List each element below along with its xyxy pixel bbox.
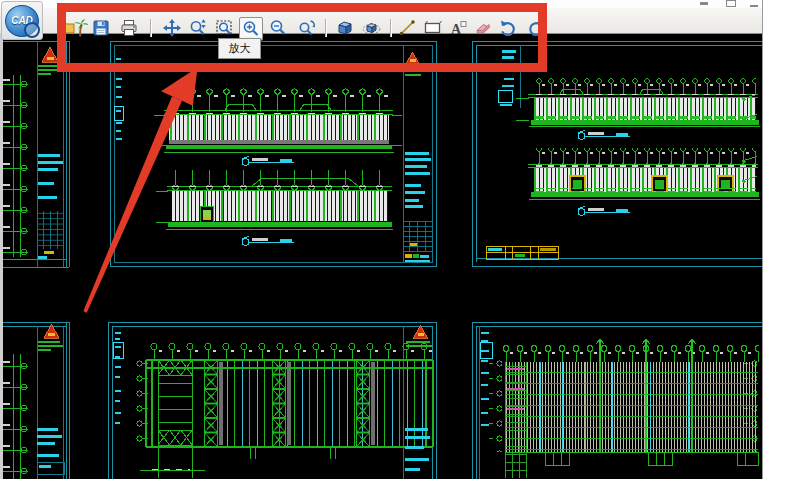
legend-table — [486, 246, 558, 259]
drop-bays — [545, 453, 758, 466]
sheet-bottom-right — [472, 322, 762, 479]
magnifier-icon — [24, 22, 40, 38]
sheet-top-center — [111, 41, 437, 266]
cad-canvas[interactable] — [3, 33, 762, 479]
app-logo[interactable]: CAD — [1, 1, 43, 40]
sheet-bottom-left — [3, 322, 70, 479]
sheet-bottom-center — [108, 322, 437, 479]
window-left-edge — [0, 33, 3, 479]
page-background-right — [762, 0, 800, 479]
elevation-1 — [154, 88, 402, 152]
app-window: A CAD — [0, 0, 800, 479]
cad-logo-ball: CAD — [5, 5, 39, 37]
elevation-1 — [516, 78, 760, 126]
annotation-highlight-rectangle — [57, 3, 547, 72]
elevation-2 — [528, 148, 760, 199]
elevation-2 — [156, 170, 393, 229]
sheet-top-right — [472, 41, 762, 267]
close-icon[interactable] — [750, 0, 758, 7]
sheet-top-left — [3, 41, 70, 267]
maximize-icon[interactable] — [726, 0, 736, 7]
info-column — [115, 332, 121, 424]
minimize-icon[interactable] — [700, 2, 708, 5]
info-column — [481, 332, 489, 426]
title-block — [404, 52, 432, 262]
